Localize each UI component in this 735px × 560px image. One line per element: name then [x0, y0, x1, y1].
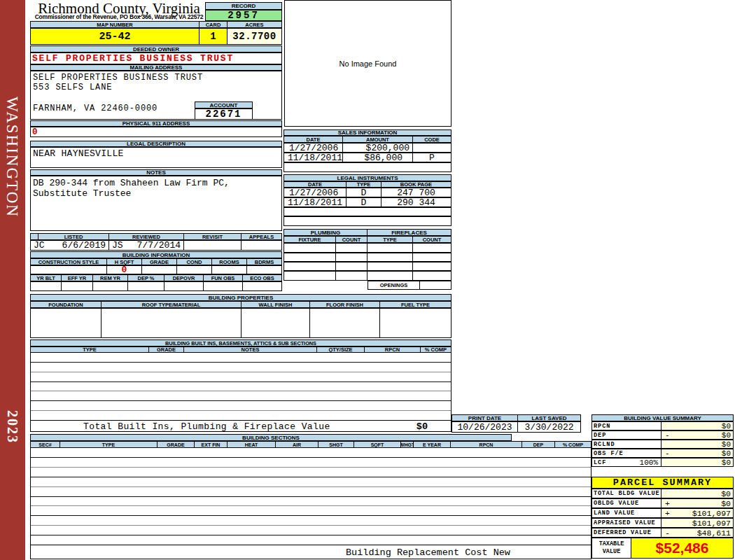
heat-label: HEAT	[227, 441, 276, 448]
bvs-row: RPCN $0	[592, 421, 734, 430]
builtins-qty-label: QTY/SIZE	[317, 346, 365, 353]
record-number: 2957	[205, 10, 282, 21]
no-image-text: No Image Found	[340, 59, 397, 68]
grade-value	[142, 265, 177, 274]
builtins-comp-label: % COMP	[421, 346, 451, 353]
revisit-cell	[184, 240, 241, 251]
acres-label: ACRES	[227, 21, 282, 28]
plumbing-row	[284, 253, 451, 262]
brcn-label: Building Replacement Cost New	[346, 547, 510, 558]
section-type-label: TYPE	[60, 441, 158, 448]
legal-instruments-label: LEGAL INSTRUMENTS	[284, 174, 451, 181]
legal-description-label: LEGAL DESCRIPTION	[30, 141, 282, 147]
physical-address-row: 0	[30, 127, 282, 137]
fixture-label: FIXTURE	[284, 236, 336, 243]
openings-row: OPENINGS	[368, 281, 451, 290]
property-photo-box: No Image Found	[284, 0, 451, 127]
bvs-row: OBS F/E -$0	[592, 449, 734, 458]
builtins-total-value: $0	[416, 421, 428, 432]
bvs-row: LCF 100% $0	[592, 458, 734, 467]
district-name: WASHINGTON	[3, 97, 21, 218]
instrument-type-value: D	[346, 188, 382, 197]
tax-year: 2023	[4, 410, 20, 444]
plumbing-row	[284, 271, 451, 281]
mailing-line-1: SELF PROPERTIES BUSINESS TRUST	[33, 73, 203, 83]
instrument-bookpage-label: BOOK PAGE	[382, 181, 451, 188]
reviewed-label: REVIEWED	[109, 233, 184, 240]
hsqft-label: H SQFT	[107, 258, 142, 265]
sales-amount-label: AMOUNT	[343, 136, 413, 143]
mailing-line-2: 553 SELFS LANE	[33, 83, 112, 92]
print-date-label: PRINT DATE	[451, 414, 518, 421]
parcel-summary-label: PARCEL SUMMARY	[592, 477, 734, 489]
bvs-row: RCLND $0	[592, 440, 734, 449]
instrument-empty-row	[284, 207, 451, 216]
sales-code-value	[413, 143, 451, 153]
depovr-value	[164, 281, 204, 291]
listed-cell: JC 6/6/2019	[30, 240, 109, 251]
card-value: 1	[200, 28, 227, 45]
section-dep-label: DEP	[522, 441, 555, 448]
sales-code-value: P	[413, 153, 451, 162]
builtins-type-label: TYPE	[30, 346, 149, 353]
sqft-label: SQFT	[354, 441, 401, 448]
map-number-label: MAP NUMBER	[30, 21, 200, 28]
account-label: ACCOUNT	[195, 102, 253, 108]
building-properties-label: BUILDING PROPERTIES	[30, 294, 451, 301]
effyr-label: EFF YR	[62, 274, 93, 281]
sec-label: SEC#	[30, 441, 60, 448]
appeals-cell	[241, 240, 282, 251]
sales-amount-value: $200,000	[343, 143, 413, 153]
building-information-label: BUILDING INFORMATION	[30, 251, 282, 258]
fireplace-type-label: TYPE	[368, 236, 413, 243]
revisit-label: REVISIT	[184, 233, 241, 240]
instrument-type-value: D	[346, 197, 382, 207]
builtins-notes-label: NOTES	[184, 346, 317, 353]
instrument-empty-row	[284, 216, 451, 226]
ecoobs-label: ECO OBS	[243, 274, 282, 281]
instrument-bookpage-value: 290 344	[382, 197, 451, 207]
remyr-label: REM YR	[93, 274, 128, 281]
grade-label: GRADE	[142, 258, 177, 265]
section-rpcn-label: RPCN	[451, 441, 522, 448]
physical-address-label: PHYSICAL 911 ADDRESS	[30, 120, 282, 127]
instrument-bookpage-value: 247 700	[382, 188, 451, 197]
instrument-date-label: DATE	[284, 181, 346, 188]
reviewed-by: JS	[112, 240, 123, 251]
instrument-date-value: 1/27/2006	[284, 188, 346, 197]
builtins-grade-label: GRADE	[149, 346, 184, 353]
whgt-label: WHGT	[401, 441, 414, 448]
section-grade-label: GRADE	[158, 441, 195, 448]
yrblt-label: YR BLT	[30, 274, 62, 281]
extfin-label: EXT FIN	[195, 441, 227, 448]
fuel-type-label: FUEL TYPE	[380, 301, 451, 308]
brcn-row: Building Replacement Cost New	[30, 545, 592, 559]
funobs-label: FUN OBS	[204, 274, 243, 281]
fireplaces-label: FIREPLACES	[368, 229, 451, 236]
cond-value	[177, 265, 212, 274]
parcel-summary-row: LAND VALUE +$101,097	[592, 508, 734, 518]
parcel-summary-row: OBLDG VALUE +$0	[592, 498, 734, 508]
map-number-value: 25-42	[30, 28, 200, 45]
sales-row: 11/18/2011 $86,000 P	[284, 153, 451, 162]
remyr-value	[93, 281, 128, 291]
building-sections-label: BUILDING SECTIONS	[30, 434, 512, 441]
cond-label: COND	[177, 258, 212, 265]
plumbing-row	[284, 243, 451, 253]
ecoobs-value	[243, 281, 282, 291]
instrument-row: 1/27/2006 D 247 700	[284, 188, 451, 197]
taxable-value: $52,486	[656, 540, 709, 556]
mailing-address-box: SELF PROPERTIES BUSINESS TRUST 553 SELFS…	[30, 71, 282, 120]
district-sidebar: WASHINGTON 2023	[0, 0, 25, 560]
physical-address-value: 0	[31, 127, 38, 137]
parcel-summary-row: DEFERRED VALUE -$48,611	[592, 528, 734, 538]
floor-finish-value	[310, 308, 380, 338]
sales-code-label: CODE	[413, 136, 451, 143]
legal-description-value: NEAR HAYNESVILLE	[33, 148, 124, 159]
mailing-address-label: MAILING ADDRESS	[30, 64, 282, 71]
sales-date-label: DATE	[284, 136, 343, 143]
builtins-total-label: Total Built Ins, Plumbing & Fireplace Va…	[83, 421, 330, 432]
sales-information-label: SALES INFORMATION	[284, 130, 451, 136]
shgt-label: SHGT	[318, 441, 354, 448]
print-date-value: 10/26/2023	[451, 421, 518, 433]
